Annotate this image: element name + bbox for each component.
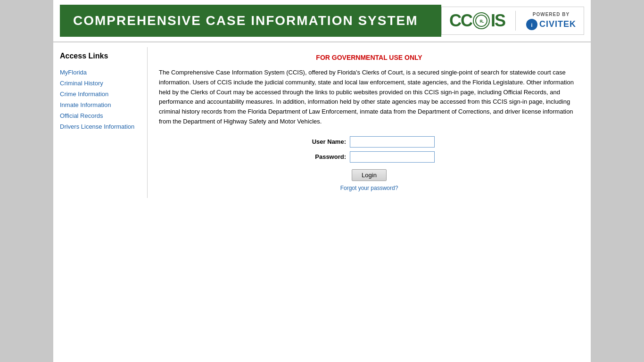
username-row: User Name:: [304, 136, 435, 148]
header-banner: COMPREHENSIVE CASE INFORMATION SYSTEM CC…: [60, 5, 584, 37]
login-form: User Name: Password: Login Forgot your p…: [159, 136, 579, 191]
header-title-block: COMPREHENSIVE CASE INFORMATION SYSTEM: [60, 5, 441, 37]
logo-divider: [515, 11, 516, 31]
sidebar-item-criminal-history[interactable]: Criminal History: [60, 78, 140, 89]
login-button[interactable]: Login: [352, 169, 387, 181]
powered-by-text: POWERED BY: [533, 12, 570, 17]
powered-by-block: POWERED BY i CIVITEK: [526, 12, 576, 30]
florida-icon: FL: [473, 12, 490, 29]
civitek-name: CIVITEK: [539, 19, 576, 29]
content-area: FOR GOVERNMENTAL USE ONLY The Comprehens…: [148, 47, 591, 198]
ccis-is-letters: IS: [491, 11, 505, 31]
password-input[interactable]: [350, 151, 435, 163]
main-layout: Access Links MyFlorida Criminal History …: [53, 42, 591, 203]
sidebar-item-crime-information[interactable]: Crime Information: [60, 89, 140, 99]
sidebar-title: Access Links: [60, 52, 140, 60]
sidebar-item-myflorida[interactable]: MyFlorida: [60, 67, 140, 78]
civitek-logo: i CIVITEK: [526, 19, 576, 30]
svg-text:FL: FL: [479, 19, 484, 24]
site-title: COMPREHENSIVE CASE INFORMATION SYSTEM: [73, 13, 428, 28]
description-text: The Comprehensive Case Information Syste…: [159, 68, 579, 127]
sidebar-item-official-records[interactable]: Official Records: [60, 110, 140, 121]
username-input[interactable]: [350, 136, 435, 148]
civitek-icon: i: [526, 19, 537, 30]
username-label: User Name:: [304, 138, 346, 145]
page-header: COMPREHENSIVE CASE INFORMATION SYSTEM CC…: [53, 0, 591, 42]
sidebar-item-drivers-license[interactable]: Drivers License Information: [60, 121, 140, 132]
svg-text:i: i: [531, 22, 532, 28]
sidebar-item-inmate-information[interactable]: Inmate Information: [60, 99, 140, 110]
sidebar: Access Links MyFlorida Criminal History …: [53, 47, 148, 198]
ccis-logo: CC FL IS: [449, 11, 505, 31]
ccis-cc-letters: CC: [449, 11, 472, 31]
password-row: Password:: [304, 151, 435, 163]
forgot-password-link[interactable]: Forgot your password?: [340, 185, 398, 191]
header-logo-block: CC FL IS POWERED BY: [441, 7, 584, 35]
government-notice: FOR GOVERNMENTAL USE ONLY: [159, 54, 579, 61]
password-label: Password:: [304, 153, 346, 160]
